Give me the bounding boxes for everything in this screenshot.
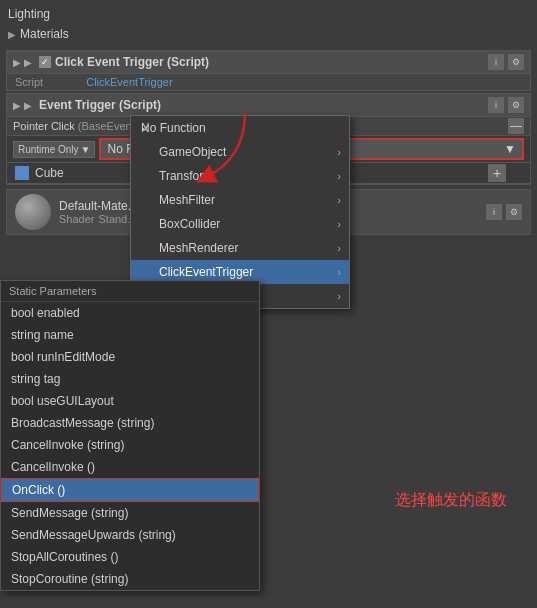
- param-item[interactable]: StopCoroutine (string): [1, 568, 259, 590]
- expand-arrow-icon: ▶: [13, 57, 21, 68]
- submenu-arrow-icon: ›: [337, 146, 341, 158]
- materials-label: Materials: [20, 27, 69, 41]
- param-item[interactable]: bool runInEditMode: [1, 346, 259, 368]
- dropdown-item-label: MeshFilter: [159, 193, 215, 207]
- param-label: SendMessageUpwards (string): [11, 528, 176, 542]
- param-label: bool runInEditMode: [11, 350, 115, 364]
- submenu-arrow-icon: ›: [337, 242, 341, 254]
- lighting-label: Lighting: [8, 7, 50, 21]
- submenu-arrow-icon: ›: [337, 290, 341, 302]
- param-item[interactable]: string name: [1, 324, 259, 346]
- dropdown-arrow-icon: ▼: [504, 142, 516, 156]
- param-label: StopCoroutine (string): [11, 572, 128, 586]
- dropdown-item-label: ClickEventTrigger: [159, 265, 253, 279]
- param-label: bool enabled: [11, 306, 80, 320]
- plus-button[interactable]: +: [488, 164, 506, 182]
- pointer-click-text: Pointer Click: [13, 120, 75, 132]
- lighting-row: Lighting: [0, 4, 537, 24]
- submenu-arrow-icon: ›: [337, 218, 341, 230]
- param-label: StopAllCoroutines (): [11, 550, 118, 564]
- param-item[interactable]: BroadcastMessage (string): [1, 412, 259, 434]
- material-info-icon[interactable]: i: [486, 204, 502, 220]
- materials-arrow-icon: ▶: [8, 29, 16, 40]
- component-info-icon[interactable]: i: [488, 54, 504, 70]
- param-item[interactable]: CancelInvoke (string): [1, 434, 259, 456]
- param-item[interactable]: OnClick (): [1, 478, 259, 502]
- param-item[interactable]: string tag: [1, 368, 259, 390]
- checkmark-icon: ✓: [141, 121, 151, 135]
- red-arrow-icon: [185, 108, 265, 191]
- expand-arrow2-icon: ▶: [24, 57, 32, 68]
- material-ball-icon: [15, 194, 51, 230]
- click-event-trigger-component: ▶ ▶ ✓ Click Event Trigger (Script) i ⚙ S…: [6, 50, 531, 91]
- component-subheader: Script ClickEventTrigger: [7, 74, 530, 90]
- param-label: bool useGUILayout: [11, 394, 114, 408]
- param-label: SendMessage (string): [11, 506, 128, 520]
- material-icons: i ⚙: [486, 204, 522, 220]
- cube-icon: [15, 166, 29, 180]
- runtime-only-label: Runtime Only: [18, 144, 79, 155]
- component-title: Click Event Trigger (Script): [55, 55, 488, 69]
- script-ref: ClickEventTrigger: [86, 76, 172, 88]
- param-item[interactable]: bool enabled: [1, 302, 259, 324]
- runtime-only-button[interactable]: Runtime Only ▼: [13, 141, 95, 158]
- static-params-panel: Static Parameters bool enabledstring nam…: [0, 280, 260, 591]
- dropdown-item-label: BoxCollider: [159, 217, 220, 231]
- dropdown-item-label: MeshRenderer: [159, 241, 238, 255]
- et-expand2-icon: ▶: [24, 100, 32, 111]
- param-label: OnClick (): [12, 483, 65, 497]
- component-checkbox[interactable]: ✓: [39, 56, 51, 68]
- et-gear-icon[interactable]: ⚙: [508, 97, 524, 113]
- param-item[interactable]: SendMessage (string): [1, 502, 259, 524]
- param-label: string tag: [11, 372, 60, 386]
- dropdown-item-meshrenderer[interactable]: MeshRenderer›: [131, 236, 349, 260]
- shader-label: Shader: [59, 213, 94, 225]
- dash-button[interactable]: —: [508, 118, 524, 134]
- chinese-function-label: 选择触发的函数: [395, 490, 507, 511]
- component-header: ▶ ▶ ✓ Click Event Trigger (Script) i ⚙: [7, 51, 530, 74]
- et-info-icon[interactable]: i: [488, 97, 504, 113]
- param-item[interactable]: bool useGUILayout: [1, 390, 259, 412]
- dropdown-item-meshfilter[interactable]: MeshFilter›: [131, 188, 349, 212]
- submenu-arrow-icon: ›: [337, 266, 341, 278]
- material-gear-icon[interactable]: ⚙: [506, 204, 522, 220]
- param-label: CancelInvoke (string): [11, 438, 124, 452]
- component-gear-icon[interactable]: ⚙: [508, 54, 524, 70]
- runtime-only-arrow-icon: ▼: [81, 144, 91, 155]
- static-params-title: Static Parameters: [1, 281, 259, 302]
- param-item[interactable]: StopAllCoroutines (): [1, 546, 259, 568]
- submenu-arrow-icon: ›: [337, 170, 341, 182]
- materials-row[interactable]: ▶ Materials: [0, 24, 537, 44]
- event-trigger-header: ▶ ▶ Event Trigger (Script) i ⚙: [7, 94, 530, 117]
- param-label: string name: [11, 328, 74, 342]
- param-item[interactable]: CancelInvoke (): [1, 456, 259, 478]
- cube-label: Cube: [35, 166, 64, 180]
- param-label: CancelInvoke (): [11, 460, 95, 474]
- param-item[interactable]: SendMessageUpwards (string): [1, 524, 259, 546]
- dropdown-item-boxcollider[interactable]: BoxCollider›: [131, 212, 349, 236]
- script-label: Script: [15, 76, 43, 88]
- et-expand-icon: ▶: [13, 100, 21, 111]
- submenu-arrow-icon: ›: [337, 194, 341, 206]
- param-label: BroadcastMessage (string): [11, 416, 154, 430]
